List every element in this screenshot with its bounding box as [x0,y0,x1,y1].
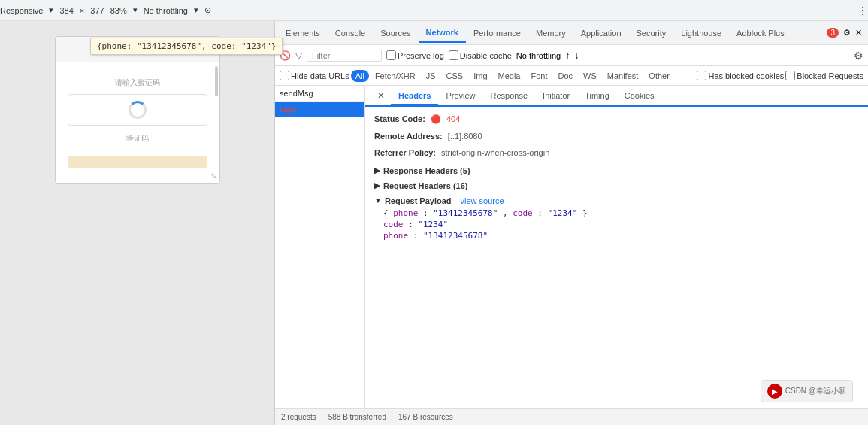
resize-handle[interactable]: ⤡ [210,172,216,180]
csdn-watermark: ▶ CSDN @幸运小新 [761,380,853,402]
detail-tab-cookies[interactable]: Cookies [617,87,662,104]
tab-lighthouse[interactable]: Lighthouse [673,24,729,42]
zoom-dropdown-icon[interactable]: ▾ [133,5,138,15]
request-headers-section[interactable]: ▶ Request Headers (16) [374,181,859,190]
detail-tab-timing[interactable]: Timing [577,87,617,104]
manifest-filter[interactable]: Manifest [603,70,643,82]
search-input[interactable] [307,50,382,62]
main-layout: 登录 请输入验证码 验证码 ⤡ Elements Console Sources… [0,21,868,425]
request-item-login[interactable]: login [275,102,364,117]
preserve-log-checkbox[interactable]: Preserve log [386,50,444,60]
has-blocked-cookies-checkbox[interactable]: Has blocked cookies [697,71,784,80]
phone-login-button[interactable] [68,156,207,168]
request-payload-section[interactable]: ▼ Request Payload view source [374,196,859,205]
tab-security[interactable]: Security [629,24,674,42]
preserve-log-label: Preserve log [398,51,444,60]
zoom-value: 83% [110,6,127,15]
phone-input-label: 请输入验证码 [68,77,207,88]
tab-sources[interactable]: Sources [373,24,418,42]
payload-arrow: ▼ [374,196,382,205]
doc-filter[interactable]: Doc [553,70,577,82]
preserve-log-check[interactable] [386,50,396,60]
network-type-bar: Hide data URLs All Fetch/XHR JS CSS Img … [275,66,868,86]
request-headers-arrow: ▶ [374,181,380,190]
hide-data-urls-check[interactable] [280,71,289,80]
tab-elements[interactable]: Elements [278,24,328,42]
csdn-text: CSDN @幸运小新 [785,386,846,396]
css-filter[interactable]: CSS [442,70,468,82]
disable-cache-checkbox[interactable]: Disable cache [449,50,512,60]
devtools-settings-icon[interactable]: ⋮ [857,5,868,17]
throttle-dropdown-icon[interactable]: ▾ [194,5,198,15]
timer-icon: ⊙ [204,5,211,15]
blocked-requests-check[interactable] [785,71,795,80]
referrer-policy-row: Referrer Policy: strict-origin-when-cros… [374,147,859,160]
browser-preview: 登录 请输入验证码 验证码 ⤡ [0,21,274,425]
close-detail-button[interactable]: ✕ [371,89,391,102]
export-icon[interactable]: ↓ [574,50,579,61]
response-headers-label: Response Headers (5) [383,166,470,175]
payload-comma1: , [503,208,513,218]
phone-spinner [129,101,147,119]
payload-phone-line: phone : "13412345678" [374,231,859,241]
has-blocked-cookies-check[interactable] [697,71,706,80]
responsive-dropdown-icon[interactable]: ▾ [49,5,53,15]
remote-address-row: Remote Address: [::1]:8080 [374,130,859,144]
phone-subtext: 验证码 [68,133,207,144]
media-filter[interactable]: Media [494,70,525,82]
filter-icon[interactable]: ▽ [295,50,302,61]
all-filter[interactable]: All [351,70,369,82]
tab-performance[interactable]: Performance [466,24,528,42]
status-code-row: Status Code: 🔴 404 [374,113,859,126]
detail-tab-response[interactable]: Response [483,87,536,104]
view-source-link[interactable]: view source [461,196,504,205]
payload-full-line: { phone : "13412345678" , code : "1234" … [374,208,859,218]
referrer-policy-label: Referrer Policy: [374,148,436,157]
detail-tab-headers[interactable]: Headers [391,87,438,105]
dim-separator: × [80,6,84,15]
tab-memory[interactable]: Memory [528,24,573,42]
img-filter[interactable]: Img [469,70,491,82]
throttle-label: No throttling [144,6,188,15]
ws-filter[interactable]: WS [579,70,601,82]
xhr-filter[interactable]: Fetch/XHR [370,70,420,82]
disable-cache-check[interactable] [449,50,458,60]
import-icon[interactable]: ↑ [565,50,570,61]
status-code-label: Status Code: [374,114,425,123]
tab-console[interactable]: Console [328,24,373,42]
throttle-select[interactable]: No throttling [516,51,561,60]
settings-icon[interactable]: ⚙ [843,28,851,38]
request-item-sendmsg[interactable]: sendMsg [275,86,364,102]
detail-content: Status Code: 🔴 404 Remote Address: [::1]… [365,107,868,248]
js-filter[interactable]: JS [422,70,440,82]
detail-tab-initiator[interactable]: Initiator [535,87,577,104]
payload-phone-val: "13412345678" [433,208,498,218]
phone-input-area [68,94,207,126]
tab-network[interactable]: Network [419,23,466,43]
scrollbar-handle[interactable] [215,66,218,96]
other-filter[interactable]: Other [644,70,674,82]
tab-adblock[interactable]: Adblock Plus [729,24,792,42]
tab-application[interactable]: Application [573,24,629,42]
request-detail: ✕ Headers Preview Response Initiator Tim… [365,86,868,408]
disable-cache-label: Disable cache [460,51,512,60]
blocked-requests-checkbox[interactable]: Blocked Requests [785,71,863,80]
font-filter[interactable]: Font [526,70,552,82]
request-list: sendMsg login [275,86,365,408]
detail-tabs: ✕ Headers Preview Response Initiator Tim… [365,86,868,107]
payload-code-key: code [513,208,533,218]
detail-tab-preview[interactable]: Preview [438,87,482,104]
payload-colon3: : [408,220,418,229]
response-headers-section[interactable]: ▶ Response Headers (5) [374,166,859,175]
payload-phone-key: phone [393,208,418,218]
network-settings-icon[interactable]: ⚙ [854,50,863,62]
resources-size: 167 B resources [398,413,453,421]
requests-count: 2 requests [281,413,316,421]
hide-data-urls-checkbox[interactable]: Hide data URLs [280,71,349,80]
hide-data-urls-label: Hide data URLs [291,71,349,80]
close-devtools-icon[interactable]: ✕ [855,28,862,38]
payload-code-line: code : "1234" [374,220,859,229]
payload-section: ▼ Request Payload view source { phone : … [374,196,859,241]
error-badge: 3 [827,28,839,38]
payload-colon2: : [537,208,547,218]
